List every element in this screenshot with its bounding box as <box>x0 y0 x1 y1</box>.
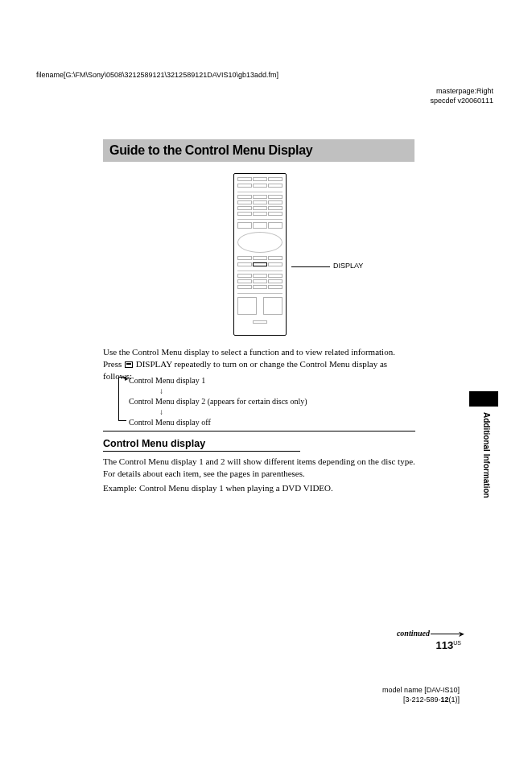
cycle-sequence: ▸ Control Menu display 1 ↓ Control Menu … <box>129 374 394 429</box>
subheading: Control Menu display <box>103 438 205 449</box>
partno-bold: 12 <box>440 696 448 704</box>
paragraph-1: The Control Menu display 1 and 2 will sh… <box>103 456 415 480</box>
paragraph-2: Example: Control Menu display 1 when pla… <box>103 482 415 494</box>
section-title: Guide to the Control Menu Display <box>109 143 408 158</box>
section-divider <box>103 431 415 431</box>
display-button-callout: DISPLAY <box>333 262 363 270</box>
page-number: 113US <box>436 639 461 651</box>
remote-control-illustration <box>233 173 287 336</box>
subheading-underline <box>103 451 300 452</box>
continued-leader <box>431 634 460 634</box>
side-section-label: Additional Information <box>482 412 491 498</box>
partno-post: (1)] <box>449 696 460 704</box>
section-title-bar: Guide to the Control Menu Display <box>103 139 414 162</box>
page-number-value: 113 <box>436 639 454 651</box>
header-right-meta: masterpage:Right specdef v20060111 <box>430 87 493 105</box>
partno-pre: [3-212-589- <box>403 696 441 704</box>
callout-leader-line <box>291 266 330 267</box>
footer-model-info: model name [DAV-IS10] [3-212-589-12(1)] <box>382 686 460 704</box>
page-region: US <box>453 640 461 646</box>
continued-label: continued <box>397 629 430 638</box>
specdef: specdef v20060111 <box>430 97 493 106</box>
cycle-line-2: Control Menu display 2 (appears for cert… <box>129 395 394 408</box>
cycle-bracket: ▸ <box>118 377 126 421</box>
display-icon <box>125 361 133 368</box>
continued-arrow-icon: ➤ <box>458 630 464 638</box>
masterpage: masterpage:Right <box>430 87 493 97</box>
model-name: model name [DAV-IS10] <box>382 686 460 696</box>
bracket-arrow-icon: ▸ <box>125 374 129 382</box>
down-arrow-icon: ↓ <box>159 387 394 395</box>
thumb-tab <box>469 391 498 407</box>
filename-meta: filename[G:\FM\Sony\0508\3212589121\3212… <box>36 71 278 79</box>
cycle-line-1: Control Menu display 1 <box>129 374 394 387</box>
part-number: [3-212-589-12(1)] <box>382 696 460 705</box>
remote-illustration-area: DISPLAY <box>103 165 417 339</box>
down-arrow-icon: ↓ <box>159 408 394 416</box>
cycle-line-3: Control Menu display off <box>129 416 394 429</box>
